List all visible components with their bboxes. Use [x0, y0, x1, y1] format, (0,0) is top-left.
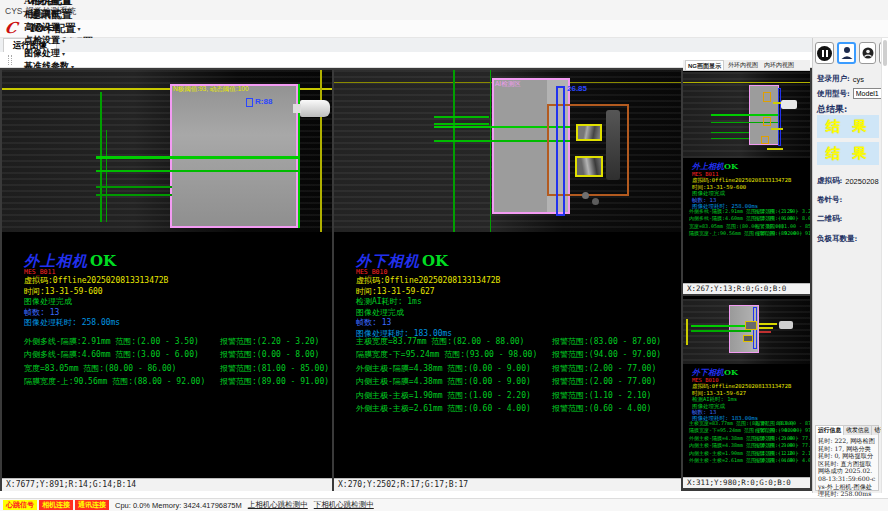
camera-title: 外下相机OK [356, 253, 500, 269]
menu-bar: C 系统配置相机配置通讯配置IO卡配置▾光源控制配置▾查看▾系统语言切换 [0, 20, 888, 38]
measurement-row: 隔膜宽度-下=95.24mm 范围:(93.00 - 98.00)报警范围:(9… [356, 348, 661, 361]
measurement-row: 内侧主极-隔膜=4.38mm 范围:(0.00 - 9.00)报警范围:(2.0… [356, 375, 661, 388]
blue-marker-rect [246, 98, 253, 107]
tab-count-label: 负极耳数量: [817, 234, 857, 244]
upper-camera-heartbeat[interactable]: 上相机心跳检测中 [248, 500, 308, 510]
pixel-coords-preview-upper: X:267;Y:13;R:0;G:0;B:0 [683, 283, 810, 294]
measure-line-green-1 [711, 114, 779, 116]
measurement-row: 宽度=83.05mm 范围:(80.00 - 86.00)报警范围:(81.00… [689, 223, 810, 230]
app-window: CYS-视觉检测系统 C 系统配置相机配置通讯配置IO卡配置▾光源控制配置▾查看… [0, 0, 888, 522]
toolbar-item[interactable]: 图像处理▾ [24, 47, 74, 60]
measurement-row: 隔膜宽度-下=95.24mm 范围:(93.00 - 98.00)报警范围:(9… [689, 427, 810, 434]
user-circle-icon [862, 47, 874, 59]
virtual-code-line: 虚拟码:0ffline2025020813313472B [692, 177, 791, 183]
login-user-value: cys [853, 75, 864, 84]
log-tab[interactable]: 运行信息 [816, 426, 844, 435]
camera-panel-lower: AI检测区 26.85 外下相机OK MES_B010 虚拟码:0ffline2… [334, 70, 681, 491]
done-line: 图像处理完成 [356, 308, 500, 319]
preview-tab[interactable]: 外环内视图 [726, 60, 760, 70]
preview-tabs: NG画面显示外环内视图内环内视图 [683, 60, 810, 71]
camera-image-lower[interactable]: AI检测区 26.85 [334, 70, 681, 232]
preview-image-lower[interactable] [683, 299, 810, 364]
ai-elapsed-line: 检测AI耗时: 1ms [356, 297, 500, 308]
baseline-yellow-h [683, 82, 810, 83]
baseline-yellow-v [320, 70, 322, 232]
threshold-overlay-label: N极阈值:93, 动态阈值:100 [173, 85, 249, 94]
tab-detect-box-3 [761, 136, 769, 144]
login-user-row: 登录用户: cys [817, 74, 864, 84]
user-icon [841, 46, 853, 60]
log-panel: 运行信息收发信息错误信息 耗时: 222, 网络检图耗时: 17, 网络分类耗时… [815, 425, 879, 491]
measurement-row: 外侧主极-主极=2.61mm 范围:(0.60 - 4.00)报警范围:(0.6… [356, 402, 661, 415]
tab-detect-box-2 [575, 156, 603, 177]
measurement-row: 宽度=83.05mm 范围:(80.00 - 86.00)报警范围:(81.00… [24, 362, 329, 375]
lower-camera-heartbeat[interactable]: 下相机心跳检测中 [314, 500, 374, 510]
model-row: 使用型号: [817, 88, 888, 99]
tiny-label-smudge-1 [759, 323, 777, 325]
tiny-label-smudge-2 [771, 128, 783, 130]
log-tabs: 运行信息收发信息错误信息 [816, 426, 878, 435]
window-titlebar: CYS-视觉检测系统 [0, 0, 888, 20]
scrollbar-thumb[interactable] [883, 40, 887, 66]
tab-strip: 运行图像 [0, 38, 888, 53]
operator-mode-button[interactable] [837, 42, 856, 64]
pause-button[interactable] [815, 42, 834, 64]
camera-panel-upper: N极阈值:93, 动态阈值:100 R:88 外上相机OK MES_B011 虚… [2, 70, 332, 491]
connector-blob [300, 100, 330, 117]
dropdown-arrow-icon: ▾ [62, 50, 65, 57]
preview-tab[interactable]: 内环内视图 [762, 60, 796, 70]
toolbar-item[interactable]: 相机调试 [24, 8, 74, 21]
measurement-row: 内侧多线-隔膜:4.60mm 范围:(3.00 - 6.00)报警范围:(0.0… [689, 215, 810, 222]
measurement-row: 外侧主极-隔膜=4.38mm 范围:(0.00 - 9.00)报警范围:(2.0… [689, 435, 810, 442]
app-logo-icon: C [3, 21, 18, 36]
pixel-coords-upper: X:7677;Y:891;R:14;G:14;B:14 [2, 478, 332, 491]
time-line: 时间:13-31-59-627 [356, 287, 500, 298]
camera-image-upper[interactable]: N极阈值:93, 动态阈值:100 R:88 [2, 70, 332, 232]
edge-line-green-v2 [490, 70, 491, 232]
virtual-code-row: 虚拟码: 20250208 [817, 176, 879, 186]
log-tab[interactable]: 收发信息 [844, 426, 872, 435]
side-scrollbar[interactable] [881, 38, 888, 493]
dropdown-arrow-icon: ▾ [78, 25, 81, 32]
toolbar-item[interactable]: AI使用配置 [24, 0, 74, 8]
toolbar-grip-icon[interactable] [8, 55, 12, 65]
bolt-head-2 [592, 198, 599, 205]
camera-title: 外下相机OK [692, 368, 791, 377]
tab-detect-box-1 [763, 92, 771, 102]
baseline-yellow-v [686, 319, 688, 345]
login-user-label: 登录用户: [817, 74, 850, 84]
pixel-coords-lower: X:270;Y:2502;R:17;G:17;B:17 [334, 478, 681, 491]
virtual-code-line: 虚拟码:0ffline2025020813313472B [24, 276, 168, 287]
camera-title: 外上相机OK [24, 253, 168, 269]
status-badge: 相机连接 [39, 500, 73, 510]
bolt-head-1 [582, 192, 589, 199]
measurement-row: 主极宽度=83.77mm 范围:(82.00 - 88.00)报警范围:(83.… [356, 335, 661, 348]
measure-dash-green-2 [711, 138, 749, 139]
side-panel: 登录用户: cys 使用型号: 总结果: 结 果结 果 虚拟码: 2025020… [812, 38, 888, 493]
measurement-row: 内侧多线-隔膜:4.60mm 范围:(3.00 - 6.00)报警范围:(0.0… [24, 348, 329, 361]
measurement-row: 内侧主极-隔膜=4.38mm 范围:(0.00 - 9.00)报警范围:(2.0… [689, 442, 810, 449]
qr-code-label: 二维码: [817, 214, 842, 224]
virtual-code-value: 20250208 [845, 177, 878, 186]
machine-part-gray [606, 110, 620, 180]
connector-blob [781, 100, 797, 109]
measure-line-green-4 [96, 194, 172, 196]
preview-tab[interactable]: NG画面显示 [685, 60, 724, 70]
result-box: 结 果 [817, 142, 879, 165]
account-button[interactable] [859, 42, 876, 64]
measure-line-green-2 [96, 170, 300, 172]
preview-image-upper[interactable] [683, 72, 810, 158]
edge-line-green-v1 [453, 70, 455, 232]
measurement-row: 隔膜宽度-上:90.56mm 范围:(88.00 - 92.00)报警范围:(8… [689, 230, 810, 237]
pin-number-row: 卷针号: [817, 195, 842, 205]
toolbar-item[interactable]: 高级设置 [24, 21, 74, 34]
toolbar-item[interactable]: 点检设置▾ [24, 34, 74, 47]
measure-line-green-1 [691, 325, 751, 327]
done-line: 图像处理完成 [24, 297, 168, 308]
frames-line: 帧数: 13 [24, 308, 168, 319]
result-boxes: 结 果结 果 [817, 115, 879, 165]
tab-count-row: 负极耳数量: [817, 234, 857, 244]
measurement-row: 外侧多线-隔膜:2.91mm 范围:(2.00 - 3.50)报警范围:(2.2… [24, 335, 329, 348]
mes-line: MES_B010 [356, 269, 500, 276]
blue-overlay-label: 26.85 [567, 84, 587, 93]
